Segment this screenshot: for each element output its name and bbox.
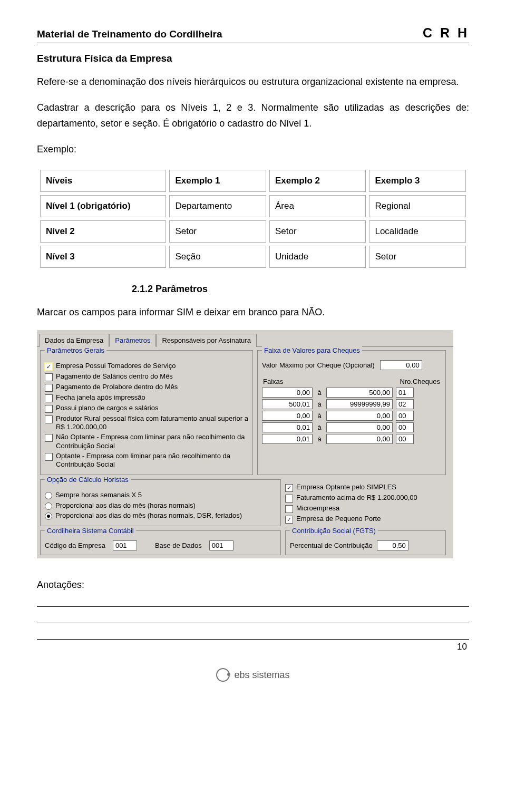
- tab-responsaveis[interactable]: Responsáveis por Assinatura: [156, 334, 256, 347]
- input-base-dados[interactable]: [209, 540, 233, 550]
- checkbox-icon[interactable]: [285, 516, 293, 524]
- input-faixa-nro[interactable]: [396, 411, 414, 421]
- radio-label: Proporcional aos dias do mês (horas norm…: [55, 511, 276, 520]
- group-simples: Empresa Optante pelo SIMPLES Faturamento…: [285, 479, 446, 526]
- legend-cheques: Faixa de Valores para Cheques: [262, 346, 362, 354]
- tabs-row: Dados da Empresa Parâmetros Responsáveis…: [37, 330, 453, 347]
- input-max-cheque[interactable]: [380, 360, 422, 370]
- faixa-sep: à: [316, 400, 323, 408]
- cell: Seção: [169, 246, 266, 268]
- chk-label: Pagamento de Prolabore dentro do Mês: [56, 383, 248, 391]
- th-ex3: Exemplo 3: [369, 170, 466, 192]
- chk-label: Possui plano de cargos e salários: [56, 404, 248, 412]
- subheading-parametros: 2.1.2 Parâmetros: [132, 284, 469, 295]
- checkbox-icon[interactable]: [45, 373, 53, 381]
- table-row: Nível 2 Setor Setor Localidade: [40, 220, 466, 243]
- input-faixa-de[interactable]: [262, 434, 313, 444]
- faixa-sep: à: [316, 423, 323, 431]
- examples-table: Níveis Exemplo 1 Exemplo 2 Exemplo 3 Nív…: [37, 167, 469, 271]
- input-codigo-empresa[interactable]: [113, 540, 137, 550]
- th-ex2: Exemplo 2: [269, 170, 366, 192]
- input-faixa-de[interactable]: [262, 399, 313, 409]
- checkbox-icon[interactable]: [45, 384, 53, 392]
- chk-label: Produtor Rural pessoal física com fatura…: [56, 414, 248, 432]
- radio-proporcional-dsr-feriados[interactable]: Proporcional aos dias do mês (horas norm…: [45, 511, 276, 520]
- chk-nao-optante-liminar[interactable]: Não Optante - Empresa com liminar para n…: [45, 433, 248, 450]
- input-faixa-ate[interactable]: [326, 411, 393, 421]
- checkbox-icon[interactable]: [285, 484, 293, 492]
- label-percentual-contribuicao: Percentual de Contribuição: [290, 542, 373, 549]
- cell: Unidade: [269, 246, 366, 268]
- footer-brand: ebs sistemas: [234, 670, 289, 681]
- checkbox-icon[interactable]: [45, 415, 53, 423]
- chk-label: Optante - Empresa com liminar para não r…: [56, 452, 248, 469]
- label-max-cheque: Valor Máximo por Cheque (Opcional): [262, 361, 375, 369]
- input-faixa-de[interactable]: [262, 422, 313, 432]
- cell: Regional: [369, 195, 466, 217]
- input-faixa-nro[interactable]: [396, 434, 414, 444]
- input-faixa-ate[interactable]: [326, 399, 393, 409]
- input-faixa-nro[interactable]: [396, 388, 414, 398]
- checkbox-icon[interactable]: [45, 363, 53, 371]
- group-faixa-cheques: Faixa de Valores para Cheques Valor Máxi…: [257, 350, 446, 476]
- cell: Departamento: [169, 195, 266, 217]
- radio-proporcional-horas-normais[interactable]: Proporcional aos dias do mês (horas norm…: [45, 501, 276, 510]
- table-row: Nível 3 Seção Unidade Setor: [40, 246, 466, 268]
- tab-parametros[interactable]: Parâmetros: [109, 334, 156, 347]
- cell: Nível 2: [40, 220, 166, 243]
- checkbox-icon[interactable]: [45, 434, 53, 442]
- label-base-dados: Base de Dados: [155, 542, 202, 549]
- page-header: Material de Treinamento do Cordilheira C…: [37, 25, 469, 43]
- chk-plano-cargos[interactable]: Possui plano de cargos e salários: [45, 404, 248, 413]
- input-faixa-ate[interactable]: [326, 422, 393, 432]
- chk-pag-prolabore-mes[interactable]: Pagamento de Prolabore dentro do Mês: [45, 383, 248, 392]
- input-faixa-nro[interactable]: [396, 399, 414, 409]
- input-faixa-nro[interactable]: [396, 422, 414, 432]
- header-right: C R H: [423, 25, 469, 41]
- th-ex1: Exemplo 1: [169, 170, 266, 192]
- checkbox-icon[interactable]: [45, 394, 53, 402]
- input-percentual-contribuicao[interactable]: [377, 540, 408, 550]
- checkbox-icon[interactable]: [285, 495, 293, 502]
- chk-faturamento-acima[interactable]: Faturamento acima de R$ 1.200.000,00: [285, 494, 446, 502]
- chk-pag-salarios-mes[interactable]: Pagamento de Salários dentro do Mês: [45, 372, 248, 381]
- chk-label: Empresa de Pequeno Porte: [296, 515, 446, 523]
- label-nro-cheques: Nro.Cheques: [400, 378, 440, 385]
- cell: Setor: [269, 220, 366, 243]
- radio-horas-semanais-x5[interactable]: Sempre horas semanais X 5: [45, 491, 276, 499]
- label-codigo-empresa: Código da Empresa: [45, 542, 105, 549]
- faixa-row: à: [262, 422, 441, 432]
- chk-fecha-janela[interactable]: Fecha janela após impressão: [45, 393, 248, 402]
- label-faixas: Faixas: [263, 378, 283, 385]
- chk-label: Fecha janela após impressão: [56, 393, 248, 402]
- anotacoes-line: [37, 610, 469, 623]
- chk-label: Não Optante - Empresa com liminar para n…: [56, 433, 248, 450]
- faixa-row: à: [262, 399, 441, 409]
- chk-microempresa[interactable]: Microempresa: [285, 504, 446, 513]
- chk-tomadores-servico[interactable]: Empresa Possui Tomadores de Serviço: [45, 362, 248, 371]
- tab-dados-empresa[interactable]: Dados da Empresa: [39, 334, 109, 347]
- faixa-row: à: [262, 388, 441, 398]
- checkbox-icon[interactable]: [285, 505, 293, 513]
- checkbox-icon[interactable]: [45, 405, 53, 413]
- chk-optante-liminar[interactable]: Optante - Empresa com liminar para não r…: [45, 452, 248, 469]
- legend-contabil: Cordilheira Sistema Contábil: [45, 527, 136, 535]
- checkbox-icon[interactable]: [45, 453, 53, 461]
- page-number: 10: [37, 642, 469, 652]
- input-faixa-ate[interactable]: [326, 388, 393, 398]
- input-faixa-de[interactable]: [262, 388, 313, 398]
- header-left: Material de Treinamento do Cordilheira: [37, 28, 222, 40]
- radio-icon[interactable]: [45, 492, 52, 499]
- faixa-row: à: [262, 434, 441, 444]
- input-faixa-de[interactable]: [262, 411, 313, 421]
- chk-produtor-rural[interactable]: Produtor Rural pessoal física com fatura…: [45, 414, 248, 432]
- table-row: Nível 1 (obrigatório) Departamento Área …: [40, 195, 466, 217]
- chk-pequeno-porte[interactable]: Empresa de Pequeno Porte: [285, 515, 446, 524]
- chk-optante-simples[interactable]: Empresa Optante pelo SIMPLES: [285, 483, 446, 492]
- cell: Setor: [369, 246, 466, 268]
- paragraph-exemplo: Exemplo:: [37, 141, 469, 158]
- instruction-text: Marcar os campos para informar SIM e dei…: [37, 304, 469, 321]
- radio-icon[interactable]: [45, 513, 52, 520]
- radio-icon[interactable]: [45, 502, 52, 510]
- input-faixa-ate[interactable]: [326, 434, 393, 444]
